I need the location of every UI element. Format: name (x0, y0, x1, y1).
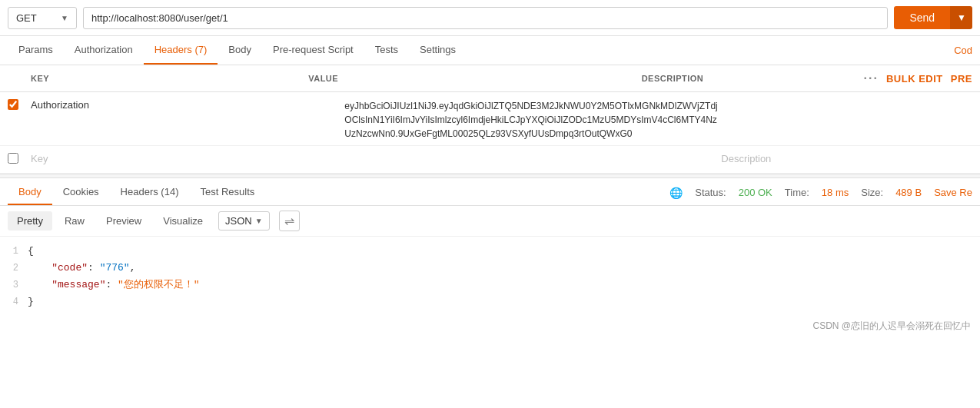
line-content-4: } (28, 294, 980, 310)
fmt-pretty-button[interactable]: Pretty (8, 211, 52, 231)
watermark: CSDN @恋旧的人迟早会溺死在回忆中 (0, 317, 980, 336)
time-label: Time: (785, 187, 809, 198)
send-button[interactable]: Send (894, 6, 950, 29)
row-checkbox[interactable] (8, 153, 18, 164)
json-key-code: "code" (51, 262, 88, 274)
json-format-select[interactable]: JSON ▼ (218, 211, 270, 231)
send-arrow-button[interactable]: ▼ (950, 6, 972, 29)
tab-pre-request-script[interactable]: Pre-request Script (262, 36, 364, 65)
value-cell (344, 151, 721, 153)
tab-tests[interactable]: Tests (364, 36, 409, 65)
method-chevron-icon: ▼ (61, 14, 68, 22)
row-checkbox[interactable] (8, 99, 18, 110)
key-cell: Authorization (31, 97, 344, 111)
bulk-edit-button[interactable]: Bulk Edit (886, 73, 943, 85)
col-desc-header: DESCRIPTION (642, 74, 864, 83)
line-num-3: 3 (0, 277, 28, 294)
more-options-icon[interactable]: ··· (864, 71, 879, 85)
col-key-header: KEY (31, 74, 308, 83)
tab-authorization[interactable]: Authorization (64, 36, 144, 65)
checkbox-cell (8, 97, 31, 112)
format-bar: Pretty Raw Preview Visualize JSON ▼ ⇌ (0, 206, 980, 237)
size-value: 489 B (895, 187, 922, 198)
table-actions: ··· Bulk Edit Pre (864, 71, 972, 85)
line-num-1: 1 (0, 243, 28, 260)
json-format-arrow-icon: ▼ (255, 217, 263, 225)
btab-body[interactable]: Body (8, 180, 52, 205)
btab-headers[interactable]: Headers (14) (110, 180, 190, 205)
json-val-code: "776" (100, 262, 130, 274)
table-header: KEY VALUE DESCRIPTION ··· Bulk Edit Pre (0, 65, 980, 92)
table-row: Authorization eyJhbGciOiJIUzl1NiJ9.eyJqd… (0, 92, 980, 146)
json-val-message: "您的权限不足！" (118, 279, 200, 290)
line-content-2: "code": "776", (28, 260, 980, 277)
code-line-4: 4 } (0, 294, 980, 310)
table-row: Key Description (0, 146, 980, 174)
tab-settings[interactable]: Settings (409, 36, 467, 65)
url-input[interactable] (83, 7, 888, 29)
request-tabs-row: Params Authorization Headers (7) Body Pr… (0, 36, 980, 65)
time-value: 18 ms (822, 187, 849, 198)
status-label: Status: (695, 187, 726, 198)
desc-cell: Description (721, 151, 972, 164)
fmt-preview-button[interactable]: Preview (97, 211, 151, 231)
pre-link[interactable]: Pre (951, 73, 972, 85)
tab-headers[interactable]: Headers (7) (144, 36, 218, 65)
size-label: Size: (861, 187, 883, 198)
brace-close: } (28, 296, 34, 307)
line-num-2: 2 (0, 260, 28, 277)
line-content-3: "message": "您的权限不足！" (28, 277, 980, 294)
url-bar: GET ▼ Send ▼ (0, 0, 980, 36)
tab-body[interactable]: Body (218, 36, 262, 65)
code-link[interactable]: Cod (954, 37, 972, 64)
value-cell: eyJhbGciOiJIUzl1NiJ9.eyJqdGkiOiJlZTQ5NDE… (344, 97, 721, 141)
desc-cell (721, 97, 972, 99)
code-line-1: 1 { (0, 243, 980, 260)
wrap-icon[interactable]: ⇌ (279, 211, 300, 231)
method-label: GET (16, 12, 37, 24)
status-info: 🌐 Status: 200 OK Time: 18 ms Size: 489 B… (669, 181, 972, 205)
status-value: 200 OK (739, 187, 772, 198)
tab-params[interactable]: Params (8, 36, 64, 65)
fmt-visualize-button[interactable]: Visualize (154, 211, 212, 231)
key-cell: Key (31, 151, 344, 164)
fmt-raw-button[interactable]: Raw (55, 211, 94, 231)
json-format-label: JSON (225, 215, 252, 227)
line-content-1: { (28, 243, 980, 260)
code-area: 1 { 2 "code": "776", 3 "message": "您的权限不… (0, 237, 980, 317)
checkbox-cell (8, 151, 31, 166)
globe-icon: 🌐 (669, 187, 683, 199)
btab-cookies[interactable]: Cookies (52, 180, 110, 205)
save-response-button[interactable]: Save Re (934, 187, 972, 198)
col-value-header: VALUE (308, 74, 641, 83)
btab-test-results[interactable]: Test Results (189, 180, 265, 205)
panel-divider (0, 174, 980, 178)
response-tabs-row: Body Cookies Headers (14) Test Results 🌐… (0, 180, 980, 206)
code-line-3: 3 "message": "您的权限不足！" (0, 277, 980, 294)
code-line-2: 2 "code": "776", (0, 260, 980, 277)
line-num-4: 4 (0, 294, 28, 310)
brace-open: { (28, 245, 34, 257)
send-btn-group: Send ▼ (894, 6, 972, 29)
method-select[interactable]: GET ▼ (8, 7, 77, 29)
json-key-message: "message" (51, 279, 105, 290)
